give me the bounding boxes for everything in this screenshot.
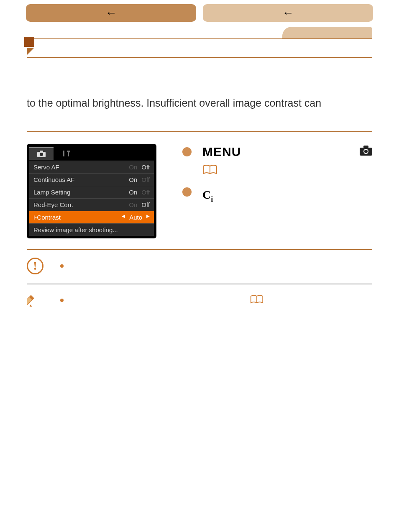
svg-rect-3 [63,151,64,156]
svg-rect-1 [40,151,43,152]
title-bar [27,38,372,58]
menu-row-review: Review image after shooting... [29,223,154,236]
ci-main: C [202,188,211,201]
title-notch-icon [27,48,34,55]
svg-marker-9 [29,304,32,307]
tab-ear [282,27,372,39]
menu-row-label: Red-Eye Corr. [33,201,73,208]
menu-row-opt-off: Off [141,201,150,208]
svg-rect-5 [363,146,368,148]
warning-icon: ! [27,258,43,274]
camera-tab-shoot [29,147,54,160]
camera-icon [360,146,372,158]
menu-row-label: Lamp Setting [33,189,70,196]
note-tip [27,292,372,320]
menu-row-servo-af: Servo AF On Off [29,161,154,173]
menu-row-label: Continuous AF [33,176,74,183]
menu-row-i-contrast: i-Contrast ◀ Auto ▶ [29,211,154,223]
section-header [0,27,399,59]
menu-label: MENU [202,145,241,159]
book-icon [250,293,263,307]
menu-row-opt-off: Off [141,189,150,196]
step-sub-book [202,164,372,178]
menu-row-opt-on: On [129,176,137,183]
ci-sub: i [211,194,213,203]
menu-row-red-eye: Red-Eye Corr. On Off [29,198,154,211]
menu-row-opt-on: On [129,201,137,208]
step-menu: MENU [182,145,372,159]
menu-row-opt-on: On [129,164,137,171]
menu-row-value: Auto [129,214,142,221]
tools-icon [62,150,71,157]
menu-row-continuous-af: Continuous AF On Off [29,173,154,186]
pencil-icon [27,292,43,310]
svg-point-2 [40,153,43,156]
camera-tab-setup [54,147,79,160]
nav-pill-left[interactable]: ← [26,4,196,22]
book-icon [202,164,217,178]
nav-pill-right[interactable]: ← [203,4,373,22]
menu-row-opt-on: On [129,189,137,196]
arrow-left-icon: ← [105,6,117,20]
bullet-icon [60,264,64,268]
right-triangle-icon: ▶ [146,214,150,221]
menu-row-label: i-Contrast [33,214,61,221]
menu-row-label: Servo AF [33,164,59,171]
note-warning: ! [27,258,372,284]
bullet-icon [60,299,64,302]
bullet-icon [182,147,192,156]
bullet-icon [182,187,192,197]
menu-row-lamp-setting: Lamp Setting On Off [29,186,154,198]
ci-mark: Ci [202,188,372,204]
title-square-icon [24,37,34,47]
svg-point-7 [364,150,368,153]
menu-row-opt-off: Off [141,176,150,183]
arrow-left-icon: ← [282,6,294,20]
body-paragraph: to the optimal brightness. Insufficient … [27,96,372,110]
camera-menu: Servo AF On Off Continuous AF On Off Lam… [27,144,156,238]
camera-icon [37,151,46,157]
left-triangle-icon: ◀ [122,214,125,221]
menu-row-label: Review image after shooting... [33,226,118,233]
menu-row-opt-off: Off [141,164,150,171]
